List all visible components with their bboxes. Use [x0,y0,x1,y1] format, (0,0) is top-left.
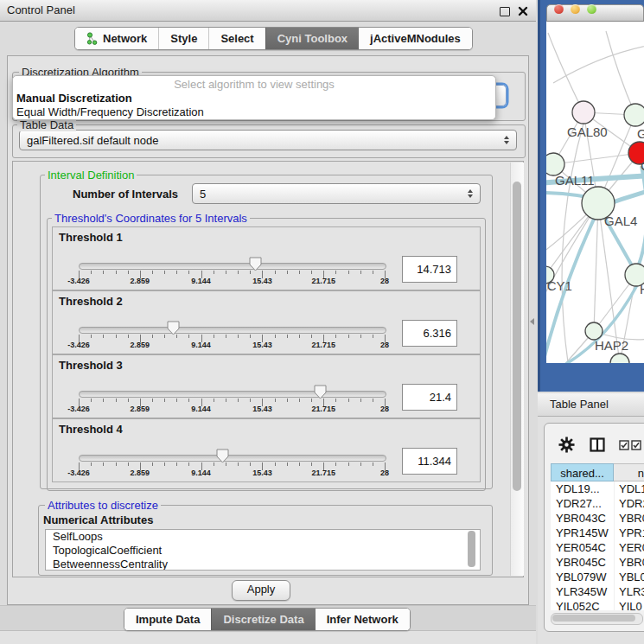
network-graph: GAL80GCGAL11GAL4GCY1HHAP2 [546,22,644,363]
settings-scrollbar-thumb[interactable] [513,182,521,491]
cell-shared-name: YBR045C [551,555,614,570]
tick-label: -3.426 [67,277,90,285]
table-data-combobox[interactable]: galFiltered.sif default node [19,130,517,150]
threshold-3-slider-thumb[interactable] [314,384,327,399]
tick-mark [128,335,129,338]
thresholds-group-title: Threshold's Coordinates for 5 Intervals [52,212,250,225]
tab-network[interactable]: Network [75,28,158,49]
settings-scrollbar[interactable] [510,163,524,576]
tick-mark [287,462,288,466]
tick-label: 15.43 [252,469,272,477]
tick-label: 15.43 [252,277,272,285]
bottom-border-strip [0,630,536,644]
table-row[interactable]: YBR043CYBR0 [551,511,644,526]
algorithm-option-manual-discretization[interactable]: Manual Discretization [13,92,495,105]
threshold-2-slider-thumb[interactable] [167,320,180,335]
threshold-1-value-field[interactable]: 14.713 [402,256,457,283]
threshold-1-slider-track[interactable] [79,263,386,270]
apply-button[interactable]: Apply [232,580,290,601]
tab-cyni-toolbox[interactable]: Cyni Toolbox [265,28,359,49]
close-traffic-light[interactable] [554,4,564,14]
tick-mark [226,399,226,402]
threshold-3-value-field[interactable]: 21.4 [402,384,457,411]
table-row[interactable]: YDL19...YDL1 [551,481,644,496]
table-row[interactable]: YPR145WYPR1 [551,526,644,540]
checkbox-icon[interactable] [619,440,629,450]
network-edge [606,31,635,115]
threshold-3-slider-track[interactable] [79,391,386,398]
threshold-panel-3: Threshold 3-3.4262.8599.14415.4321.71528… [52,354,481,418]
minimize-traffic-light[interactable] [571,4,580,14]
zoom-traffic-light[interactable] [587,4,596,14]
tick-mark [226,271,226,274]
table-row[interactable]: YBL079WYBL0 [551,570,644,584]
tick-label: 15.43 [252,405,272,413]
numerical-attributes-list[interactable]: SelfLoopsTopologicalCoefficientBetweenne… [45,529,481,571]
tick-mark [373,271,373,274]
tick-mark [348,399,349,402]
number-of-intervals-combobox[interactable]: 5 [192,183,481,204]
table-horizontal-scrollbar[interactable] [551,613,643,625]
attributes-scrollbar-thumb[interactable] [468,531,475,567]
network-view-canvas[interactable]: GAL80GCGAL11GAL4GCY1HHAP2 [546,22,644,363]
cell-name: YIL0 [614,599,644,610]
tab-discretize-data[interactable]: Discretize Data [211,609,315,630]
threshold-4-slider-track[interactable] [79,455,386,462]
split-divider-collapse-icon[interactable] [530,318,534,325]
float-window-icon[interactable] [500,7,510,16]
attributes-group-title: Attributes to discretize [45,499,161,512]
cell-shared-name: YER054C [551,540,614,555]
close-icon[interactable] [518,6,528,16]
tick-mark [335,335,336,338]
attribute-item-topologicalcoefficient[interactable]: TopologicalCoefficient [46,544,480,558]
tick-mark [91,271,92,274]
tab-discretize-data-label: Discretize Data [223,613,303,626]
checkbox-icon[interactable] [631,440,641,450]
node-node-top-right[interactable] [624,104,644,126]
table-row[interactable]: YER054CYER0 [551,540,644,555]
tick-label: 15.43 [252,341,272,349]
threshold-4-slider-thumb[interactable] [216,448,229,463]
column-layout-icon[interactable] [590,437,605,452]
tick-label: 21.715 [311,469,335,477]
tick-label: 9.144 [191,469,211,477]
attribute-item-betweennesscentrality[interactable]: BetweennessCentrality [46,558,480,571]
tab-impute-data[interactable]: Impute Data [124,609,211,630]
tab-select[interactable]: Select [208,28,265,49]
tab-infer-network[interactable]: Infer Network [316,609,410,630]
tab-style-label: Style [170,32,197,45]
tick-mark [275,399,276,402]
cell-shared-name: YBR043C [551,511,614,526]
attribute-item-selfloops[interactable]: SelfLoops [46,530,480,544]
column-header-shared-name[interactable]: shared... [551,463,614,481]
gear-icon[interactable] [558,437,575,453]
table-row[interactable]: YDR27...YDR2 [551,496,644,511]
table-row[interactable]: YIL052CYIL0 [551,599,644,610]
tick-mark [152,399,153,402]
tick-label: 21.715 [311,277,335,285]
threshold-1-slider-thumb[interactable] [249,256,262,271]
column-header-name[interactable]: na [614,463,644,481]
table-scrollbar-thumb[interactable] [552,615,635,622]
tick-label: 28 [380,469,389,477]
tick-mark [116,335,117,338]
combo-spinner-icon [504,136,509,144]
threshold-2-slider-track[interactable] [79,327,386,334]
node-label-c: C [641,158,644,173]
threshold-2-value-field[interactable]: 6.316 [402,320,457,347]
threshold-4-value-field[interactable]: 11.344 [402,448,457,475]
node-hap2[interactable] [585,322,603,340]
cell-shared-name: YPR145W [551,526,614,540]
node-node-bottom[interactable] [610,354,629,363]
tab-jactivemnodules[interactable]: jActiveMNodules [359,28,472,49]
algorithm-option-equal-width-frequency-discretization[interactable]: Equal Width/Frequency Discretization [13,105,495,119]
table-row[interactable]: YBR045CYBR0 [551,555,644,570]
tick-mark [103,462,104,466]
node-gal80[interactable] [572,101,595,124]
tick-mark [335,271,336,274]
cell-shared-name: YDL19... [551,481,614,496]
tab-style[interactable]: Style [158,28,208,49]
table-row[interactable]: YLR345WYLR3 [551,584,644,599]
cell-shared-name: YDR27... [551,496,614,511]
node-table[interactable]: YDL19...YDL1YDR27...YDR2YBR043CYBR0YPR14… [551,481,644,610]
